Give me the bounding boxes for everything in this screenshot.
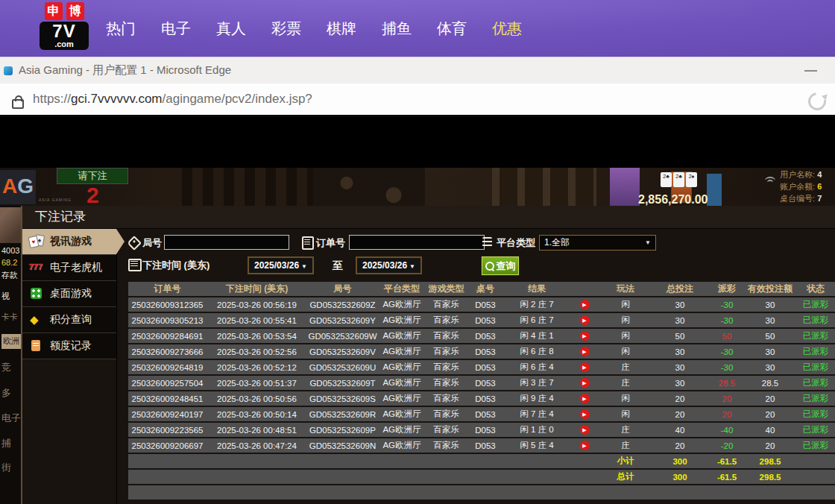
- url-text[interactable]: https://gci.7vvvvvv.com/agingame/pcv2/in…: [33, 92, 312, 107]
- sum-total-bet: 300: [652, 470, 708, 484]
- cell-result: 闲 6 庄 7: [504, 313, 570, 327]
- browser-titlebar: Asia Gaming - 用户配置 1 - Microsoft Edge: [0, 57, 835, 84]
- background-fragment: 捕: [1, 437, 11, 450]
- sidebar-item-quota-records[interactable]: 额度记录: [22, 333, 116, 359]
- cell-total-bet: 30: [652, 344, 708, 359]
- browser-urlbar[interactable]: https://gci.7vvvvvv.com/agingame/pcv2/in…: [0, 84, 835, 117]
- cell-game-type: 百家乐: [426, 391, 467, 406]
- replay-button[interactable]: ▶: [580, 331, 590, 341]
- background-fragment: 视: [1, 291, 10, 302]
- cell-payout: -30: [708, 313, 746, 327]
- cell-payout: -20: [708, 438, 746, 453]
- cell-order: 250326009240197: [128, 407, 207, 421]
- nav-item-slots[interactable]: 电子: [148, 19, 204, 39]
- cell-total-bet: 20: [652, 391, 708, 406]
- sidebar-item-label: 电子老虎机: [50, 261, 102, 274]
- col-payout: 派彩: [708, 282, 746, 296]
- col-round: 局号: [307, 282, 378, 296]
- order-input[interactable]: [349, 235, 485, 250]
- sum-label: 总计: [599, 470, 652, 484]
- cell-payout: 20: [708, 407, 746, 421]
- cell-valid-bet: 20: [746, 407, 795, 421]
- cell-payout: -30: [708, 344, 746, 359]
- sum-total-bet: 300: [652, 454, 708, 468]
- replay-button[interactable]: ▶: [580, 315, 590, 325]
- diamond-icon: ◆: [29, 313, 45, 327]
- date-to-picker[interactable]: 2025/03/26▼: [356, 256, 422, 274]
- cell-total-bet: 40: [652, 423, 708, 437]
- nav-item-sports[interactable]: 体育: [424, 19, 479, 39]
- date-from-picker[interactable]: 2025/03/26▼: [248, 256, 314, 274]
- nav-item-live[interactable]: 真人: [204, 19, 259, 39]
- cell-play-type: 庄: [599, 423, 652, 437]
- cell-platform: AG欧洲厅: [378, 391, 426, 406]
- replay-button[interactable]: ▶: [580, 394, 590, 403]
- sum-spacer: [128, 470, 599, 484]
- sidebar-item-label: 视讯游戏: [50, 235, 92, 248]
- cell-game-type: 百家乐: [426, 360, 467, 374]
- cell-valid-bet: 50: [746, 329, 795, 343]
- nav-item-board[interactable]: 棋牌: [314, 19, 369, 39]
- calendar-icon: [128, 259, 142, 271]
- replay-button[interactable]: ▶: [580, 441, 590, 450]
- playing-card: 2♣: [673, 172, 684, 187]
- cell-play-type: 闲: [599, 313, 652, 327]
- round-input[interactable]: [164, 235, 289, 250]
- background-left-column: 400368.2存款视卡卡欧洲竞多电子捕街: [0, 206, 21, 504]
- replay-button[interactable]: ▶: [580, 409, 590, 419]
- table-row: 2503260092846912025-03-26 00:53:54GD0532…: [128, 329, 835, 343]
- account-balance: 账户余额: 6: [780, 180, 822, 192]
- cell-play-type: 闲: [599, 297, 652, 312]
- playing-card: 2♣: [661, 172, 672, 187]
- site-logo[interactable]: 申 博 7V .com: [30, 2, 98, 54]
- cell-table: D053: [467, 344, 504, 359]
- sidebar-item-label: 桌面游戏: [50, 287, 92, 300]
- nav-item-fishing[interactable]: 捕鱼: [369, 19, 424, 39]
- ag-logo: AG: [0, 170, 36, 204]
- cell-order: 250326009273666: [128, 344, 207, 359]
- cell-total-bet: 30: [652, 376, 708, 390]
- col-bet-time: 下注时间 (美东): [207, 282, 307, 296]
- sidebar-item-points-query[interactable]: ◆积分查询: [22, 307, 116, 333]
- refresh-icon[interactable]: [804, 89, 829, 113]
- replay-button[interactable]: ▶: [580, 362, 590, 372]
- cell-total-bet: 20: [652, 438, 708, 453]
- edge-icon: [4, 66, 13, 75]
- background-fragment: 68.2: [1, 258, 17, 267]
- col-status: 状态: [795, 282, 835, 296]
- cell-bet-time: 2025-03-26 00:48:51: [207, 423, 307, 437]
- lock-icon[interactable]: [12, 99, 24, 109]
- minimize-button[interactable]: [804, 70, 817, 72]
- cell-status: 已派彩: [795, 438, 835, 453]
- platform-select[interactable]: 1.全部▼: [539, 235, 656, 251]
- cell-status: 已派彩: [795, 391, 835, 406]
- cell-table: D053: [467, 376, 504, 390]
- sidebar-item-table-games[interactable]: 桌面游戏: [22, 281, 116, 307]
- cell-play-type: 庄: [599, 376, 652, 390]
- search-icon: [485, 262, 494, 271]
- bet-prompt: 请下注: [57, 168, 128, 184]
- cell-replay: ▶: [570, 391, 599, 406]
- background-fragment: 存款: [1, 270, 18, 281]
- replay-button[interactable]: ▶: [580, 300, 590, 309]
- col-platform: 平台类型: [378, 282, 426, 296]
- cell-table: D053: [467, 329, 504, 343]
- cell-bet-time: 2025-03-26 00:52:56: [207, 344, 307, 359]
- replay-button[interactable]: ▶: [580, 347, 590, 356]
- logo-body: 7V .com: [40, 22, 89, 50]
- sidebar-item-slot-machine[interactable]: 777电子老虎机: [22, 255, 116, 281]
- nav-item-lottery[interactable]: 彩票: [259, 19, 314, 39]
- logo-badges: 申 博: [30, 2, 98, 20]
- cell-status: 已派彩: [795, 329, 835, 343]
- nav-item-hot[interactable]: 热门: [93, 19, 148, 39]
- sidebar-item-video-games[interactable]: ♠♥视讯游戏: [22, 229, 116, 255]
- bet-time-label: 下注时间 (美东): [142, 259, 209, 272]
- search-button[interactable]: 查询: [482, 256, 519, 275]
- replay-button[interactable]: ▶: [580, 425, 590, 435]
- cell-game-type: 百家乐: [426, 376, 467, 390]
- nav-item-promo[interactable]: 优惠: [479, 19, 535, 39]
- dice-icon: [29, 287, 45, 300]
- cell-valid-bet: 30: [746, 360, 795, 374]
- replay-button[interactable]: ▶: [580, 378, 590, 388]
- cell-valid-bet: 30: [746, 297, 795, 312]
